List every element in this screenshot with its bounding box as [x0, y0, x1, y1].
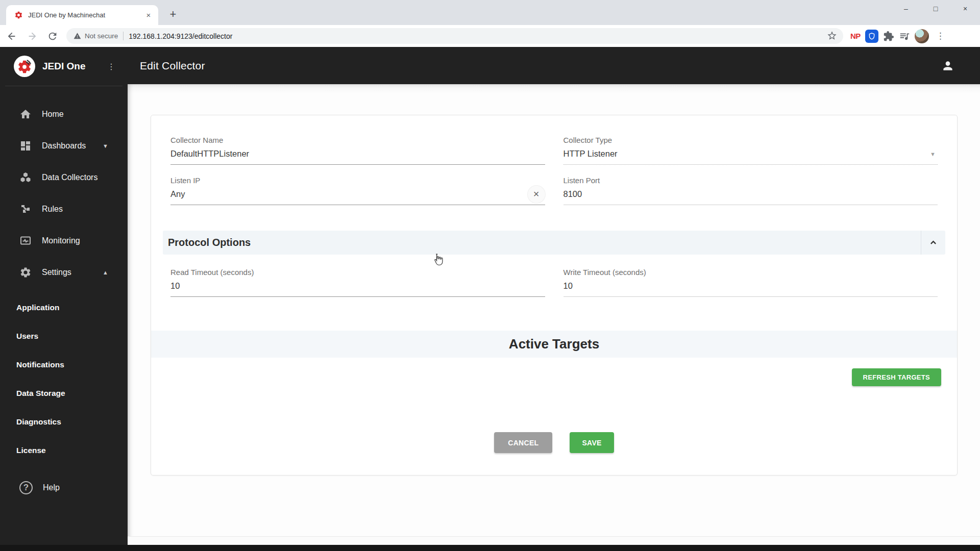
listen-ip-input[interactable]: Any [170, 189, 528, 199]
chevron-up-icon: ▲ [103, 269, 108, 276]
address-bar[interactable]: Not secure 192.168.1.204:9123/editcollec… [66, 28, 843, 44]
sidebar-item-settings[interactable]: Settings ▲ [0, 257, 128, 288]
cancel-button[interactable]: CANCEL [494, 432, 552, 453]
extensions-puzzle-icon[interactable] [883, 31, 894, 42]
collector-name-label: Collector Name [170, 136, 545, 144]
active-targets-section: Active Targets [151, 331, 957, 358]
maximize-button[interactable]: □ [921, 0, 950, 17]
sidebar: JEDI One ⋮ Home Dashboards ▼ Data Collec… [0, 47, 128, 545]
listen-port-label: Listen Port [564, 176, 938, 185]
forward-icon[interactable] [23, 28, 41, 45]
help-icon: ? [19, 481, 33, 494]
back-icon[interactable] [3, 28, 20, 45]
user-account-icon[interactable] [941, 59, 954, 72]
protocol-options-header[interactable]: Protocol Options [163, 231, 945, 255]
profile-avatar[interactable] [915, 29, 929, 43]
read-timeout-field: Read Timeout (seconds) 10 [170, 268, 545, 297]
tab-strip: JEDI One by Machinechat × + – □ × [0, 0, 980, 25]
url-text[interactable]: 192.168.1.204:9123/editcollector [129, 32, 827, 40]
new-tab-button[interactable]: + [165, 7, 181, 22]
settings-subnav: Application Users Notifications Data Sto… [0, 293, 128, 465]
sidebar-item-help[interactable]: ? Help [0, 472, 128, 504]
sidebar-menu-icon[interactable]: ⋮ [103, 60, 119, 73]
page-content: Collector Name DefaultHTTPListener Colle… [128, 84, 980, 545]
collector-type-select[interactable]: HTTP Listener [564, 149, 930, 159]
sidebar-item-application[interactable]: Application [0, 293, 128, 322]
close-window-button[interactable]: × [950, 0, 980, 17]
url-separator [123, 32, 124, 40]
minimize-button[interactable]: – [891, 0, 921, 17]
extensions-row: NP ⋮ [850, 29, 952, 43]
sidebar-item-dashboards[interactable]: Dashboards ▼ [0, 130, 128, 162]
collector-type-field: Collector Type HTTP Listener ▼ [564, 136, 938, 165]
collapse-section-button[interactable] [921, 231, 945, 255]
jedi-one-logo-icon [14, 56, 35, 77]
monitoring-icon [19, 235, 32, 247]
app-frame: JEDI One ⋮ Home Dashboards ▼ Data Collec… [0, 47, 980, 545]
collector-name-field: Collector Name DefaultHTTPListener [170, 136, 545, 165]
chevron-down-icon: ▼ [103, 143, 108, 149]
browser-window: JEDI One by Machinechat × + – □ × Not se… [0, 0, 980, 551]
sidebar-item-diagnostics[interactable]: Diagnostics [0, 408, 128, 436]
read-timeout-input[interactable]: 10 [170, 281, 545, 291]
settings-gear-icon [19, 266, 32, 279]
protocol-options-title: Protocol Options [168, 237, 921, 248]
sidebar-item-data-storage[interactable]: Data Storage [0, 379, 128, 408]
clear-listen-ip-icon[interactable]: × [528, 186, 545, 203]
collector-type-label: Collector Type [564, 136, 938, 144]
sidebar-item-rules[interactable]: Rules [0, 193, 128, 225]
tab-title: JEDI One by Machinechat [28, 11, 144, 19]
sidebar-item-home[interactable]: Home [0, 98, 128, 130]
browser-menu-icon[interactable]: ⋮ [934, 31, 952, 41]
sidebar-item-monitoring[interactable]: Monitoring [0, 225, 128, 257]
password-manager-shield-icon[interactable] [865, 30, 878, 43]
collector-name-input[interactable]: DefaultHTTPListener [170, 149, 545, 159]
reload-icon[interactable] [44, 28, 61, 45]
home-icon [19, 108, 32, 120]
sidebar-item-license[interactable]: License [0, 436, 128, 465]
browser-tab[interactable]: JEDI One by Machinechat × [6, 5, 158, 25]
sidebar-divider [5, 86, 122, 86]
select-caret-icon: ▼ [930, 151, 936, 157]
active-targets-title: Active Targets [509, 336, 599, 352]
sidebar-item-data-collectors[interactable]: Data Collectors [0, 162, 128, 193]
chevron-up-icon [930, 239, 937, 246]
write-timeout-label: Write Timeout (seconds) [564, 268, 938, 277]
security-label: Not secure [85, 32, 118, 40]
not-secure-warning-icon [74, 32, 85, 40]
edit-collector-form: Collector Name DefaultHTTPListener Colle… [151, 115, 958, 475]
media-playlist-icon[interactable] [899, 31, 910, 42]
app-bar: Edit Collector [128, 47, 980, 84]
favicon-gear-icon [14, 11, 23, 19]
brand-name: JEDI One [42, 61, 103, 72]
listen-port-field: Listen Port 8100 [564, 176, 938, 205]
sidebar-item-users[interactable]: Users [0, 322, 128, 350]
refresh-targets-button[interactable]: REFRESH TARGETS [852, 368, 941, 386]
listen-ip-label: Listen IP [170, 176, 545, 185]
rules-icon [19, 203, 32, 215]
window-controls: – □ × [891, 0, 980, 17]
page-title: Edit Collector [140, 60, 205, 72]
listen-ip-field: Listen IP Any × [170, 176, 545, 205]
save-button[interactable]: SAVE [570, 432, 614, 453]
content-footer [128, 536, 980, 545]
brand-row: JEDI One ⋮ [0, 47, 128, 86]
write-timeout-input[interactable]: 10 [564, 281, 938, 291]
tab-close-icon[interactable]: × [144, 11, 153, 20]
sidebar-item-notifications[interactable]: Notifications [0, 350, 128, 379]
browser-toolbar: Not secure 192.168.1.204:9123/editcollec… [0, 25, 980, 47]
read-timeout-label: Read Timeout (seconds) [170, 268, 545, 277]
sidebar-nav: Home Dashboards ▼ Data Collectors Rules [0, 98, 128, 504]
write-timeout-field: Write Timeout (seconds) 10 [564, 268, 938, 297]
data-collectors-icon [19, 171, 32, 184]
dashboards-icon [19, 140, 32, 152]
listen-port-input[interactable]: 8100 [564, 189, 938, 199]
np-extension-icon[interactable]: NP [850, 32, 861, 40]
bookmark-star-icon[interactable] [827, 30, 837, 42]
